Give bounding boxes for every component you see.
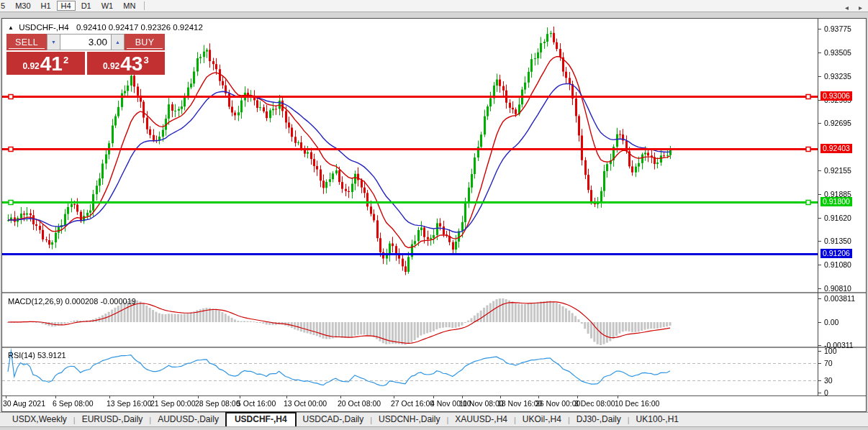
time-axis-label: 13 Sep 16:00 [107, 399, 151, 408]
tab-scroll-right-icon[interactable]: ▸ [859, 4, 862, 12]
price-axis-label: 0.93235 [824, 72, 851, 81]
price-axis-label: 0.92155 [824, 166, 851, 175]
time-axis-label: 5 Oct 16:00 [237, 399, 276, 408]
buy-price-prefix: 0.92 [103, 61, 119, 71]
timeframe-button-5[interactable]: 5 [0, 1, 9, 11]
time-axis-label: 6 Sep 08:00 [53, 399, 94, 408]
macd-axis-label: 0.003811 [824, 294, 855, 303]
buy-price-main: 43 [120, 54, 143, 74]
timeframe-button-h4[interactable]: H4 [57, 1, 76, 11]
volume-up-icon: ▲ [115, 40, 120, 45]
price-axis: 0.937750.935050.932350.929650.926950.921… [820, 19, 866, 411]
time-axis-label: 10 Dec 16:00 [615, 399, 659, 408]
buy-price-sup: 3 [143, 55, 148, 65]
one-click-trade-panel: SELL ▼ 3.00 ▲ BUY 0.92 41 2 0.92 43 3 [6, 34, 165, 75]
price-axis-label: 0.91080 [824, 260, 851, 269]
rsi-axis-label: 30 [824, 376, 833, 385]
chart-tab-eurusd-daily[interactable]: EURUSD-,Daily [76, 413, 150, 426]
tab-scroll-left-icon[interactable]: ◂ [845, 4, 849, 12]
timeframe-button-d1[interactable]: D1 [77, 1, 96, 11]
timeframe-button-h1[interactable]: H1 [37, 1, 55, 11]
price-axis-label: 0.92695 [824, 119, 851, 127]
chart-tab-bar: USDX,Weekly|EURUSD-,Daily|AUDUSD-,DailyU… [0, 412, 868, 427]
volume-input[interactable]: 3.00 [60, 34, 111, 50]
chart-tab-xauusd-h4[interactable]: XAUUSD-,H4 [448, 413, 514, 426]
time-axis-label: 21 Sep 00:00 [150, 399, 195, 408]
trading-platform-window: 5M30H1H4D1W1MN ▲ USDCHF-,H4 0.92410 0.92… [0, 0, 868, 430]
time-axis: 30 Aug 20216 Sep 08:0013 Sep 16:0021 Sep… [2, 395, 818, 411]
chart-header: ▲ USDCHF-,H4 0.92410 0.92417 0.92326 0.9… [8, 23, 203, 32]
chart-tab-usdchf-h4[interactable]: USDCHF-,H4 [225, 412, 297, 426]
price-line-badge: 0.92403 [820, 144, 852, 153]
sell-price-display[interactable]: 0.92 41 2 [6, 52, 85, 75]
time-axis-label: 30 Aug 2021 [3, 399, 45, 408]
buy-price-display[interactable]: 0.92 43 3 [87, 52, 166, 75]
chart-tab-usdx-weekly[interactable]: USDX,Weekly [6, 413, 73, 426]
chart-tab-ukoil-h4[interactable]: UKOil-,H4 [516, 413, 568, 426]
chart-window: ▲ USDCHF-,H4 0.92410 0.92417 0.92326 0.9… [1, 18, 867, 412]
price-line-badge: 0.91206 [820, 249, 852, 258]
price-line-badge: 0.93006 [820, 91, 852, 101]
sell-price-main: 41 [40, 54, 63, 74]
chart-tab-dj30-daily[interactable]: DJ30-,Daily [570, 413, 628, 426]
macd-indicator-label: MACD(12,26,9) 0.000208 -0.000019 [8, 297, 136, 306]
collapse-icon[interactable]: ▲ [8, 24, 14, 31]
timeframe-button-w1[interactable]: W1 [97, 1, 118, 11]
price-axis-label: 0.90810 [824, 284, 851, 293]
timeframe-toolbar: 5M30H1H4D1W1MN [0, 0, 868, 12]
chart-ohlc-values: 0.92410 0.92417 0.92326 0.92412 [76, 23, 203, 32]
buy-button[interactable]: BUY [125, 34, 165, 50]
tab-scroll-controls: ◂ ▸ [845, 4, 862, 12]
rsi-axis-label: 70 [824, 359, 833, 367]
time-axis-label: 27 Oct 16:00 [391, 399, 434, 408]
price-line-badge: 0.91800 [820, 197, 852, 206]
sell-price-sup: 2 [63, 55, 68, 65]
chart-tab-audusd-daily[interactable]: AUDUSD-,Daily [151, 413, 225, 426]
timeframe-button-mn[interactable]: MN [119, 1, 140, 11]
volume-increase-button[interactable]: ▲ [111, 34, 125, 50]
rsi-indicator-label: RSI(14) 53.9121 [8, 351, 66, 360]
chart-tab-uk100-h1[interactable]: UK100-,H1 [630, 413, 685, 426]
chart-symbol-title: USDCHF-,H4 [19, 23, 69, 32]
time-axis-label: 20 Oct 08:00 [338, 399, 381, 408]
time-axis-label: 13 Oct 00:00 [284, 399, 327, 408]
volume-decrease-button[interactable]: ▼ [47, 34, 60, 50]
price-axis-label: 0.93505 [824, 48, 851, 57]
time-axis-label: 28 Sep 08:00 [195, 399, 240, 408]
price-axis-label: 0.91620 [824, 214, 851, 222]
rsi-axis-label: 100 [824, 347, 837, 355]
chart-tab-usdcad-daily[interactable]: USDCAD-,Daily [297, 413, 371, 426]
chart-tab-usdcnh-daily[interactable]: USDCNH-,Daily [372, 413, 446, 426]
price-axis-label: 0.93775 [824, 24, 851, 33]
sell-price-prefix: 0.92 [22, 61, 39, 71]
sell-button[interactable]: SELL [6, 34, 47, 50]
price-axis-label: 0.91350 [824, 237, 851, 245]
macd-axis-label: 0.00 [824, 318, 838, 326]
rsi-axis-label: 0 [824, 388, 828, 397]
chart-canvas[interactable] [2, 19, 866, 411]
time-axis-label: 3 Dec 08:00 [574, 399, 615, 408]
toolbar-separator [144, 1, 145, 10]
timeframe-button-m30[interactable]: M30 [11, 1, 35, 11]
volume-down-icon: ▼ [51, 40, 56, 45]
